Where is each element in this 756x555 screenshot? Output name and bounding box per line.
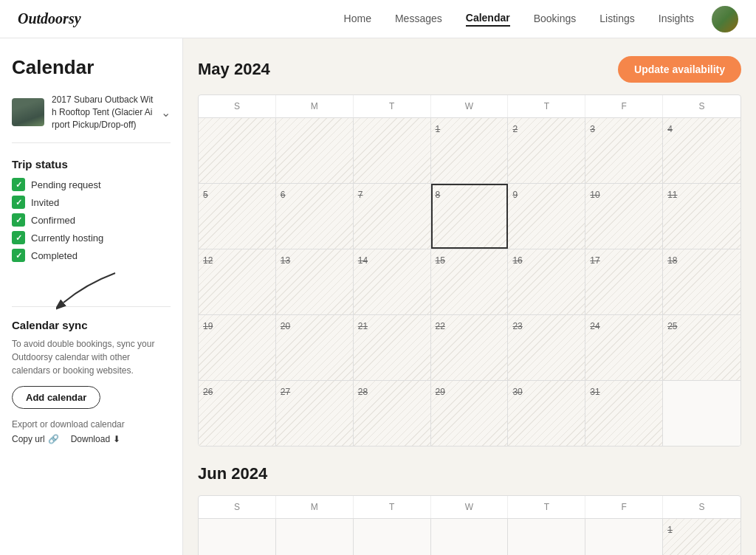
calendar-cell[interactable]: 5	[199, 184, 276, 249]
status-item-confirmed[interactable]: Confirmed	[12, 213, 171, 227]
download-icon: ⬇	[113, 434, 120, 444]
calendar-cell[interactable]	[199, 118, 276, 183]
calendar-cell[interactable]: 7	[354, 184, 431, 249]
calendar-cell[interactable]: 1	[663, 519, 740, 555]
calendar-cell[interactable]: 27	[276, 381, 354, 446]
status-item-pending[interactable]: Pending request	[12, 178, 171, 191]
status-item-completed[interactable]: Completed	[12, 249, 171, 262]
calendar-cell[interactable]: 20	[276, 315, 354, 380]
calendar-cell[interactable]	[276, 519, 354, 555]
calendar-cell[interactable]: 19	[199, 315, 276, 380]
completed-label: Completed	[31, 250, 78, 261]
calendar-sync-title: Calendar sync	[12, 319, 171, 331]
day-header-mon: M	[276, 95, 354, 117]
avatar[interactable]	[712, 6, 738, 32]
calendar-cell[interactable]: 4	[663, 118, 740, 183]
day-header-sat: S	[663, 95, 740, 117]
status-item-invited[interactable]: Invited	[12, 196, 171, 209]
calendar-cell[interactable]: 25	[663, 315, 740, 380]
calendar-cell[interactable]: 2	[508, 118, 585, 183]
jun-calendar-grid: S M T W T F S 1	[198, 495, 741, 555]
vehicle-selector[interactable]: 2017 Subaru Outback Wit h Rooftop Tent (…	[12, 94, 171, 143]
day-header-mon: M	[276, 496, 354, 518]
calendar-cell[interactable]	[431, 519, 509, 555]
calendar-cell[interactable]: 1	[431, 118, 509, 183]
day-header-sat: S	[663, 496, 740, 518]
day-header-sun: S	[199, 95, 276, 117]
calendar-cell[interactable]: 10	[585, 184, 663, 249]
calendar-cell[interactable]: 26	[199, 381, 276, 446]
calendar-cell[interactable]: 29	[431, 381, 509, 446]
calendar-cell[interactable]	[276, 118, 354, 183]
cell-date: 20	[281, 321, 290, 331]
download-label: Download	[71, 434, 110, 444]
day-header-tue: T	[354, 95, 431, 117]
download-link[interactable]: Download ⬇	[71, 434, 120, 444]
invited-checkbox[interactable]	[12, 196, 25, 209]
cell-date: 29	[436, 387, 445, 397]
nav-calendar[interactable]: Calendar	[466, 12, 510, 27]
calendar-main: May 2024 Update availability S M T W T F…	[183, 38, 756, 555]
copy-url-label: Copy url	[12, 434, 45, 444]
calendar-cell[interactable]: 21	[354, 315, 431, 380]
calendar-cell[interactable]: 6	[276, 184, 354, 249]
calendar-cell[interactable]	[585, 519, 663, 555]
nav-listings[interactable]: Listings	[599, 13, 634, 26]
calendar-cell[interactable]	[354, 519, 431, 555]
cell-date: 31	[590, 387, 599, 397]
calendar-cell[interactable]: 15	[431, 249, 509, 314]
cell-date: 11	[667, 190, 677, 200]
calendar-cell[interactable]: 18	[663, 249, 740, 314]
day-header-thu: T	[508, 496, 585, 518]
nav-messages[interactable]: Messages	[395, 13, 442, 26]
calendar-cell[interactable]: 22	[431, 315, 509, 380]
arrow-annotation	[12, 277, 171, 292]
cell-date: 21	[358, 321, 368, 331]
calendar-week: 5 6 7 8 9 10 11	[199, 184, 740, 249]
pending-checkbox[interactable]	[12, 178, 25, 191]
sidebar-title: Calendar	[12, 56, 171, 79]
calendar-cell[interactable]: 3	[585, 118, 663, 183]
brand-logo[interactable]: Outdoorsy	[18, 10, 81, 27]
calendar-cell[interactable]	[663, 381, 740, 446]
cell-date: 1	[436, 124, 441, 134]
nav-insights[interactable]: Insights	[659, 13, 694, 26]
day-header-wed: W	[431, 496, 509, 518]
calendar-cell[interactable]: 24	[585, 315, 663, 380]
completed-checkbox[interactable]	[12, 249, 25, 262]
calendar-cell[interactable]: 28	[354, 381, 431, 446]
hosting-checkbox[interactable]	[12, 231, 25, 244]
calendar-cell[interactable]: 9	[508, 184, 585, 249]
cell-date: 7	[358, 190, 363, 200]
calendar-cell[interactable]: 14	[354, 249, 431, 314]
cell-date: 10	[590, 190, 599, 200]
confirmed-checkbox[interactable]	[12, 213, 25, 227]
nav-home[interactable]: Home	[344, 13, 371, 26]
calendar-cell[interactable]	[354, 118, 431, 183]
calendar-cell[interactable]: 17	[585, 249, 663, 314]
calendar-cell[interactable]: 23	[508, 315, 585, 380]
cell-date: 14	[358, 255, 368, 266]
nav-bookings[interactable]: Bookings	[534, 13, 577, 26]
cell-date: 15	[436, 255, 445, 266]
day-header-fri: F	[585, 496, 663, 518]
calendar-cell[interactable]: 31	[585, 381, 663, 446]
calendar-cell[interactable]: 11	[663, 184, 740, 249]
calendar-cell[interactable]: 30	[508, 381, 585, 446]
calendar-cell[interactable]: 12	[199, 249, 276, 314]
topnav: Outdoorsy Home Messages Calendar Booking…	[0, 0, 756, 38]
may-calendar-grid: S M T W T F S 1 2 3 4	[198, 94, 741, 447]
avatar-image	[712, 6, 738, 32]
update-availability-button[interactable]: Update availability	[618, 56, 741, 83]
jun-day-headers: S M T W T F S	[199, 496, 740, 519]
copy-url-link[interactable]: Copy url 🔗	[12, 434, 59, 444]
cell-date: 1	[667, 525, 673, 535]
add-calendar-button[interactable]: Add calendar	[12, 386, 100, 409]
calendar-cell[interactable]	[508, 519, 585, 555]
status-item-hosting[interactable]: Currently hosting	[12, 231, 171, 244]
calendar-cell[interactable]: 16	[508, 249, 585, 314]
today-cell[interactable]: 8	[431, 184, 509, 249]
calendar-cell[interactable]: 13	[276, 249, 354, 314]
calendar-week: 12 13 14 15 16 17 18	[199, 249, 740, 315]
calendar-cell[interactable]	[199, 519, 276, 555]
